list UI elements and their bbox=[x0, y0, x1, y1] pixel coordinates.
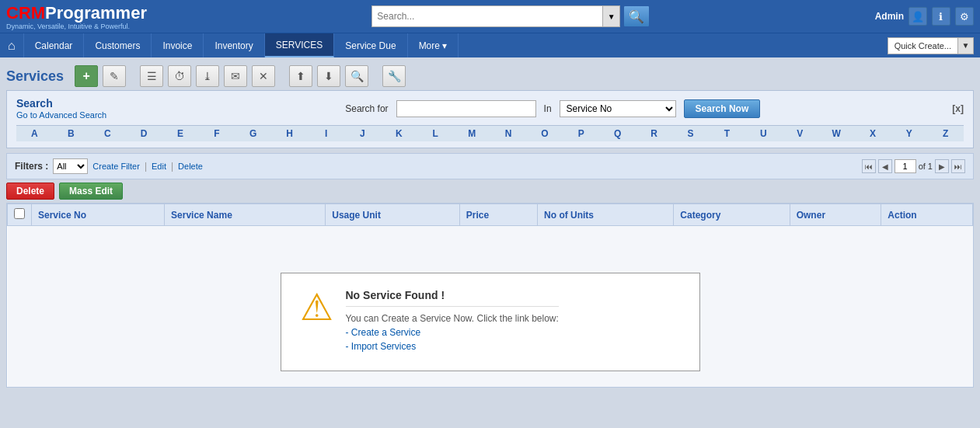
nav-inventory[interactable]: Inventory bbox=[204, 33, 264, 57]
search-go-button[interactable]: 🔍 bbox=[623, 5, 650, 27]
page-number-input[interactable] bbox=[895, 159, 916, 173]
alpha-s[interactable]: S bbox=[672, 126, 709, 141]
import2-button[interactable]: ⬇ bbox=[317, 65, 340, 87]
alpha-e[interactable]: E bbox=[162, 126, 199, 141]
page-next-button[interactable]: ▶ bbox=[935, 159, 949, 173]
no-records-panel: ⚠ No Service Found ! You can Create a Se… bbox=[281, 273, 700, 371]
alpha-u[interactable]: U bbox=[745, 126, 782, 141]
page-title: Services bbox=[6, 68, 64, 85]
import-services-link[interactable]: - Import Services bbox=[346, 341, 417, 352]
alpha-x[interactable]: X bbox=[854, 126, 891, 141]
nav-bar: ⌂ Calendar Customers Invoice Inventory S… bbox=[0, 33, 980, 57]
nav-services[interactable]: SERVICES bbox=[265, 33, 334, 57]
filter-label: Filters : bbox=[15, 161, 48, 172]
alpha-k[interactable]: K bbox=[381, 126, 417, 141]
global-search-wrapper: ▼ bbox=[371, 5, 620, 27]
col-usage-unit: Usage Unit bbox=[326, 204, 459, 226]
alpha-r[interactable]: R bbox=[636, 126, 672, 141]
alpha-n[interactable]: N bbox=[490, 126, 527, 141]
export-button[interactable]: ⬆ bbox=[289, 65, 312, 87]
history-button[interactable]: ⏱ bbox=[168, 65, 191, 87]
filter-select[interactable]: All bbox=[53, 158, 88, 174]
page-header: Services + ✎ ☰ ⏱ ⤓ ✉ ✕ ⬆ ⬇ 🔍 🔧 bbox=[6, 62, 974, 90]
nav-home[interactable]: ⌂ bbox=[0, 33, 24, 57]
delete-button[interactable]: ✕ bbox=[252, 65, 275, 87]
info-icon-button[interactable]: ℹ bbox=[932, 7, 950, 26]
search-for-input[interactable] bbox=[396, 100, 536, 117]
search-panel-title-area: Search Go to Advanced Search bbox=[16, 97, 106, 120]
alpha-o[interactable]: O bbox=[526, 126, 563, 141]
settings-button[interactable]: 🔧 bbox=[382, 65, 406, 87]
admin-label: Admin bbox=[875, 11, 904, 22]
global-search-input[interactable] bbox=[372, 11, 602, 22]
alpha-y[interactable]: Y bbox=[891, 126, 927, 141]
search-panel-close-button[interactable]: [x] bbox=[952, 103, 964, 114]
search-go-icon: 🔍 bbox=[629, 9, 644, 24]
search-row-center: Search for In Service No Service Name Us… bbox=[345, 99, 760, 118]
alpha-w[interactable]: W bbox=[818, 126, 855, 141]
select-all-checkbox[interactable] bbox=[14, 208, 25, 219]
alpha-l[interactable]: L bbox=[417, 126, 454, 141]
no-records-text: No Service Found ! You can Create a Serv… bbox=[346, 289, 559, 355]
logo-tagline: Dynamic, Versatile, Intuitive & Powerful… bbox=[6, 23, 147, 30]
delete-records-button[interactable]: Delete bbox=[6, 183, 54, 200]
edit-button[interactable]: ✎ bbox=[103, 65, 126, 87]
top-right-area: Admin 👤 ℹ ⚙ bbox=[875, 7, 974, 26]
select-all-header bbox=[8, 204, 32, 226]
create-filter-link[interactable]: Create Filter bbox=[92, 162, 140, 171]
search-button[interactable]: 🔍 bbox=[345, 65, 368, 87]
nav-invoice[interactable]: Invoice bbox=[152, 33, 204, 57]
table-area: Service No Service Name Usage Unit Price… bbox=[6, 203, 974, 388]
alpha-h[interactable]: H bbox=[271, 126, 308, 141]
nav-calendar[interactable]: Calendar bbox=[24, 33, 85, 57]
search-panel-title: Search bbox=[16, 97, 53, 110]
user-icon-button[interactable]: 👤 bbox=[909, 7, 927, 26]
services-table: Service No Service Name Usage Unit Price… bbox=[7, 204, 973, 387]
quick-create-area: Quick Create... ▼ bbox=[888, 33, 980, 57]
col-category: Category bbox=[674, 204, 790, 226]
page-last-button[interactable]: ⏭ bbox=[951, 159, 965, 173]
nav-more[interactable]: More ▾ bbox=[408, 33, 459, 57]
advanced-search-link[interactable]: Go to Advanced Search bbox=[16, 110, 106, 120]
page-content: Services + ✎ ☰ ⏱ ⤓ ✉ ✕ ⬆ ⬇ 🔍 🔧 Search Go… bbox=[0, 57, 980, 392]
alpha-g[interactable]: G bbox=[235, 126, 271, 141]
alpha-q[interactable]: Q bbox=[599, 126, 636, 141]
settings-icon-button[interactable]: ⚙ bbox=[955, 7, 974, 26]
search-for-label: Search for bbox=[345, 103, 388, 114]
alpha-m[interactable]: M bbox=[454, 126, 490, 141]
alpha-c[interactable]: C bbox=[89, 126, 126, 141]
no-records-title: No Service Found ! bbox=[346, 289, 559, 307]
alpha-b[interactable]: B bbox=[53, 126, 89, 141]
alpha-z[interactable]: Z bbox=[927, 126, 964, 141]
alpha-f[interactable]: F bbox=[198, 126, 235, 141]
alpha-p[interactable]: P bbox=[563, 126, 599, 141]
create-service-link[interactable]: - Create a Service bbox=[346, 327, 421, 338]
alpha-t[interactable]: T bbox=[709, 126, 745, 141]
search-panel: Search Go to Advanced Search Search for … bbox=[6, 90, 974, 148]
search-now-button[interactable]: Search Now bbox=[684, 99, 761, 118]
alpha-v[interactable]: V bbox=[782, 126, 818, 141]
list-view-button[interactable]: ☰ bbox=[140, 65, 163, 87]
search-dropdown-button[interactable]: ▼ bbox=[602, 6, 619, 26]
mass-edit-button[interactable]: Mass Edit bbox=[59, 183, 123, 200]
search-field-select[interactable]: Service No Service Name Usage Unit Price… bbox=[560, 100, 676, 117]
filter-left: Filters : All Create Filter | Edit | Del… bbox=[15, 158, 203, 174]
alpha-a[interactable]: A bbox=[16, 126, 53, 141]
import-button[interactable]: ⤓ bbox=[196, 65, 219, 87]
quick-create-select[interactable]: Quick Create... ▼ bbox=[888, 37, 974, 54]
alphabet-bar: A B C D E F G H I J K L M N O P Q R S T … bbox=[16, 125, 964, 141]
message-button[interactable]: ✉ bbox=[224, 65, 247, 87]
page-prev-button[interactable]: ◀ bbox=[878, 159, 892, 173]
alpha-j[interactable]: J bbox=[344, 126, 381, 141]
logo: CRMProgrammer bbox=[6, 3, 147, 23]
add-button[interactable]: + bbox=[75, 65, 98, 87]
filter-edit-link[interactable]: Edit bbox=[152, 162, 166, 171]
page-total: of 1 bbox=[919, 162, 933, 171]
nav-service-due[interactable]: Service Due bbox=[334, 33, 407, 57]
nav-customers[interactable]: Customers bbox=[84, 33, 152, 57]
alpha-i[interactable]: I bbox=[308, 126, 344, 141]
filter-delete-link[interactable]: Delete bbox=[178, 162, 203, 171]
quick-create-arrow: ▼ bbox=[957, 38, 973, 54]
page-first-button[interactable]: ⏮ bbox=[862, 159, 876, 173]
alpha-d[interactable]: D bbox=[126, 126, 162, 141]
